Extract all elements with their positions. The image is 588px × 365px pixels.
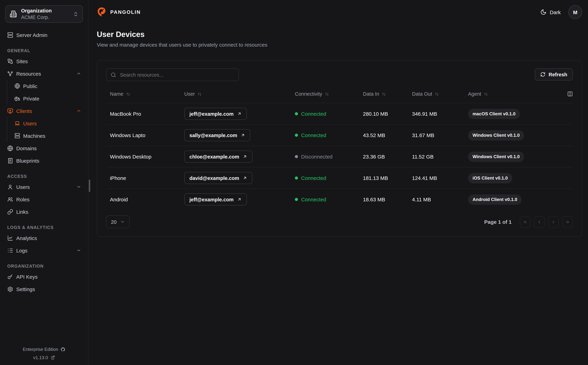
edition-line[interactable]: Enterprise Edition (0, 347, 88, 352)
chevron-down-icon (120, 220, 125, 224)
column-header-agent[interactable]: Agent ↑↓ (468, 91, 563, 97)
sidebar-item-settings[interactable]: Settings (5, 283, 83, 295)
sort-icon[interactable]: ↑↓ (382, 91, 385, 96)
server-icon (14, 133, 20, 139)
org-selector[interactable]: Organization ACME Corp. (5, 5, 83, 23)
sidebar-item-label: Domains (16, 145, 37, 151)
user-link-button[interactable]: jeff@example.com (184, 193, 247, 205)
column-header-data-out[interactable]: Data Out ↑↓ (412, 91, 468, 97)
sidebar-item-resources[interactable]: Resources (5, 67, 83, 80)
sidebar-item-logs[interactable]: Logs (5, 244, 83, 257)
brand[interactable]: PANGOLIN (97, 7, 141, 17)
sort-icon[interactable]: ↑↓ (325, 91, 328, 96)
column-label: Connectivity (295, 91, 322, 97)
user-link-button[interactable]: sally@example.com (184, 129, 251, 141)
connectivity-status: Disconnected (295, 154, 363, 160)
sidebar-item-clients[interactable]: Clients (5, 105, 83, 117)
chevron-down-icon (76, 184, 81, 189)
user-email: chloe@example.com (189, 154, 239, 159)
column-label: Name (110, 91, 123, 97)
sidebar-item-label: Resources (16, 71, 41, 77)
column-label: Data Out (412, 91, 432, 97)
theme-toggle[interactable]: Dark (540, 9, 561, 15)
connectivity-status: Connected (295, 175, 363, 181)
sidebar-item-links[interactable]: Links (5, 205, 83, 218)
status-dot (295, 176, 298, 180)
sidebar-item-public[interactable]: Public (7, 80, 83, 92)
avatar[interactable]: M (568, 5, 582, 19)
resources-subgroup: Public Private (7, 80, 83, 105)
next-page-button[interactable] (548, 216, 559, 228)
sidebar-item-client-users[interactable]: Users (7, 117, 83, 129)
user-link-button[interactable]: jeff@example.com (184, 108, 247, 120)
refresh-button[interactable]: Refresh (535, 68, 573, 80)
sidebar-item-domains[interactable]: Domains (5, 142, 83, 154)
main-content: PANGOLIN Dark M User Devices View and ma… (88, 0, 588, 365)
globe-icon (7, 145, 13, 151)
agent-badge: Android Client v0.1.0 (468, 194, 522, 205)
data-in-value: 181.13 MB (363, 175, 412, 181)
column-label: User (184, 91, 195, 97)
agent-badge: Windows Client v0.1.0 (468, 130, 524, 140)
chevron-right-icon (551, 219, 556, 224)
sidebar-item-machines[interactable]: Machines (7, 129, 83, 142)
sidebar-item-server-admin[interactable]: Server Admin (5, 29, 83, 41)
first-page-button[interactable] (520, 216, 530, 228)
sidebar-scrollbar-thumb[interactable] (89, 180, 90, 192)
page-status: Page 1 of 1 (484, 219, 512, 225)
column-header-data-in[interactable]: Data In ↑↓ (363, 91, 412, 97)
refresh-icon (540, 72, 545, 77)
sidebar-item-label: Machines (23, 133, 45, 139)
sidebar: Organization ACME Corp. Server Admin GEN… (0, 0, 88, 365)
columns-icon (567, 91, 573, 97)
section-label-access: ACCESS (5, 174, 83, 179)
column-header-connectivity[interactable]: Connectivity ↑↓ (295, 91, 363, 97)
agent-badge: macOS Client v0.1.0 (468, 109, 520, 119)
user-link-button[interactable]: david@example.com (184, 172, 252, 184)
page-size-select[interactable]: 20 (106, 216, 130, 228)
server-icon (7, 32, 13, 38)
device-name: Windows Lapto (106, 132, 184, 138)
chevron-up-icon (76, 108, 81, 113)
version-line[interactable]: v1.13.0 (0, 355, 88, 360)
device-name: Windows Desktop (106, 154, 184, 160)
viewport: Organization ACME Corp. Server Admin GEN… (0, 0, 588, 365)
sidebar-item-analytics[interactable]: Analytics (5, 232, 83, 244)
column-header-user[interactable]: User ↑↓ (184, 91, 295, 97)
table-body: MacBook Pro jeff@example.com Connected 2… (106, 103, 573, 210)
sidebar-item-api-keys[interactable]: API Keys (5, 270, 83, 283)
sidebar-item-blueprints[interactable]: Blueprints (5, 154, 83, 167)
search-input[interactable] (119, 72, 234, 78)
device-name: MacBook Pro (106, 111, 184, 117)
status-label: Connected (301, 111, 326, 117)
previous-page-button[interactable] (534, 216, 545, 228)
user-link-button[interactable]: chloe@example.com (184, 151, 252, 163)
column-header-name[interactable]: Name ↑↓ (106, 91, 184, 97)
sidebar-item-label: Settings (16, 286, 35, 292)
status-dot (295, 112, 298, 115)
chevrons-left-icon (523, 219, 528, 224)
last-page-button[interactable] (562, 216, 573, 228)
sort-icon[interactable]: ↑↓ (484, 91, 488, 96)
sidebar-item-users[interactable]: Users (5, 181, 83, 193)
sort-icon[interactable]: ↑↓ (198, 91, 201, 96)
sort-icon[interactable]: ↑↓ (435, 91, 438, 96)
status-dot (295, 155, 298, 158)
sidebar-footer: Enterprise Edition v1.13.0 (0, 347, 88, 360)
sort-icon[interactable]: ↑↓ (126, 91, 129, 96)
sidebar-item-private[interactable]: Private (7, 92, 83, 105)
org-text: Organization ACME Corp. (21, 7, 52, 20)
brand-name: PANGOLIN (110, 9, 141, 15)
device-name: iPhone (106, 175, 184, 181)
pagination-controls: Page 1 of 1 (484, 216, 573, 228)
sidebar-item-sites[interactable]: Sites (5, 55, 83, 67)
sidebar-item-roles[interactable]: Roles (5, 193, 83, 205)
sidebar-item-label: Analytics (16, 235, 37, 241)
receipt-icon (7, 158, 13, 163)
table-row: iPhone david@example.com Connected 181.1… (106, 167, 573, 189)
version-label: v1.13.0 (33, 355, 48, 360)
globe-icon (14, 83, 20, 89)
column-visibility-button[interactable] (567, 91, 573, 97)
user-email: jeff@example.com (189, 197, 234, 202)
chevrons-up-down-icon (73, 11, 79, 17)
